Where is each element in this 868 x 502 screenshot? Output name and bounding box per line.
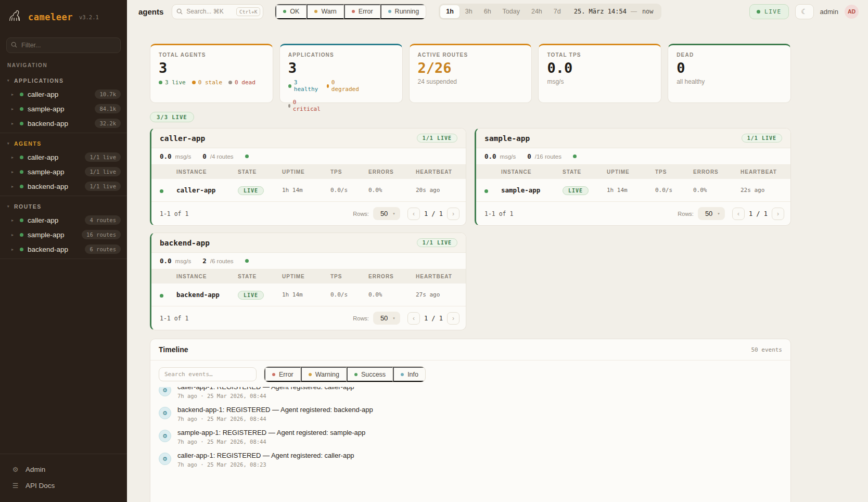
overall-live-badge: 3/3 LIVE <box>150 112 194 122</box>
filter-success-chip[interactable]: Success <box>347 367 393 382</box>
item-badge: 4 routes <box>85 215 121 225</box>
range-1h[interactable]: 1h <box>440 5 459 18</box>
range-7d[interactable]: 7d <box>548 5 567 18</box>
rows-per-page-select[interactable]: 50▾ <box>698 207 725 220</box>
app-name[interactable]: sample-app <box>484 134 530 143</box>
range-end-now: now <box>637 8 660 15</box>
prev-page-button[interactable]: ‹ <box>732 208 745 220</box>
sidebar-item-caller-app-agent[interactable]: ▸ caller-app 1/1 live <box>0 150 127 164</box>
chip-label: Warn <box>321 8 336 15</box>
table-row[interactable]: caller-app LIVE 1h 14m 0.0/s 0.0% 20s ag… <box>151 179 466 202</box>
sidebar-item-sample-app-routes[interactable]: ▸ sample-app 16 routes <box>0 227 127 242</box>
sidebar: cameleer v3.2.1 NAVIGATION ▾ APPLICATION… <box>0 0 127 502</box>
row-count: 1-1 of 1 <box>160 315 353 322</box>
status-dot <box>160 294 163 298</box>
avatar[interactable]: AD <box>845 5 859 19</box>
time-range-group: 1h 3h 6h Today 24h 7d 25. März 14:54 — n… <box>439 4 661 20</box>
cell-instance: backend-app <box>176 291 238 299</box>
item-label: backend-app <box>28 246 81 253</box>
app-tps: 0.0 <box>160 257 172 265</box>
item-badge: 1/1 live <box>85 152 121 162</box>
filter-warn-chip[interactable]: Warn <box>307 4 343 19</box>
event-item[interactable]: ⚙ caller-app-1: REGISTERED — Agent regis… <box>159 387 782 403</box>
cell-tps: 0.0/s <box>330 187 368 194</box>
event-item[interactable]: ⚙ backend-app-1: REGISTERED — Agent regi… <box>159 403 782 426</box>
item-label: sample-app <box>28 168 81 176</box>
legend-stale: 0 stale <box>198 79 222 86</box>
cell-instance: caller-app <box>176 186 238 194</box>
stat-value: 0 <box>676 60 782 76</box>
next-page-button[interactable]: › <box>447 312 459 325</box>
section-routes: ▾ ROUTES ▸ caller-app 4 routes ▸ sample-… <box>0 196 127 259</box>
item-badge: 1/1 live <box>85 182 121 191</box>
sidebar-item-backend-app-agent[interactable]: ▸ backend-app 1/1 live <box>0 179 127 194</box>
page-indicator: 1 / 1 <box>424 315 443 322</box>
range-24h[interactable]: 24h <box>526 5 548 18</box>
chip-label: Success <box>361 371 386 378</box>
dead-dot <box>228 81 232 84</box>
item-badge: 1/1 live <box>85 167 121 176</box>
table-row[interactable]: sample-app LIVE 1h 14m 0.0/s 0.0% 22s ag… <box>476 179 790 202</box>
section-header-agents[interactable]: ▾ AGENTS <box>0 137 127 150</box>
api-docs-link[interactable]: ☰ API Docs <box>0 478 127 494</box>
global-search: Ctrl+K <box>172 4 263 19</box>
camel-logo-icon <box>7 8 23 26</box>
range-3h[interactable]: 3h <box>459 5 478 18</box>
status-dot <box>484 189 488 193</box>
section-header-applications[interactable]: ▾ APPLICATIONS <box>0 74 127 87</box>
filter-running-chip[interactable]: Running <box>380 4 426 19</box>
app-tps: 0.0 <box>160 152 172 160</box>
sidebar-item-caller-app-routes[interactable]: ▸ caller-app 4 routes <box>0 213 127 227</box>
section-header-routes[interactable]: ▾ ROUTES <box>0 200 127 213</box>
events-list[interactable]: ⚙ caller-app-1: REGISTERED — Agent regis… <box>150 387 790 502</box>
admin-label: Admin <box>25 466 45 473</box>
theme-toggle-button[interactable]: ☾ <box>795 4 814 19</box>
filter-error-chip[interactable]: Error <box>344 4 380 19</box>
state-badge: LIVE <box>238 291 264 300</box>
filter-input[interactable] <box>6 37 121 53</box>
chip-label: Warning <box>315 371 339 378</box>
app-live-badge: 1/1 LIVE <box>742 134 782 143</box>
chip-label: Error <box>279 371 293 378</box>
cell-heartbeat: 20s ago <box>416 187 457 194</box>
sidebar-item-caller-app[interactable]: ▸ caller-app 10.7k <box>0 87 127 101</box>
timeline-card: Timeline 50 events Error Warning Success… <box>150 339 791 502</box>
sidebar-item-backend-app[interactable]: ▸ backend-app 32.2k <box>0 116 127 131</box>
next-page-button[interactable]: › <box>772 208 784 220</box>
table-row[interactable]: backend-app LIVE 1h 14m 0.0/s 0.0% 27s a… <box>151 284 466 306</box>
sidebar-item-backend-app-routes[interactable]: ▸ backend-app 6 routes <box>0 242 127 256</box>
prev-page-button[interactable]: ‹ <box>407 312 420 325</box>
running-dot <box>388 10 391 13</box>
event-time: 7h ago · 25 Mar 2026, 08:44 <box>177 393 354 399</box>
filter-error-chip[interactable]: Error <box>264 367 301 382</box>
event-item[interactable]: ⚙ caller-app-1: REGISTERED — Agent regis… <box>159 448 782 471</box>
search-icon <box>11 42 17 48</box>
admin-link[interactable]: ⚙ Admin <box>0 461 127 478</box>
range-6h[interactable]: 6h <box>478 5 497 18</box>
content-scroll[interactable]: TOTAL AGENTS 3 3 live 0 stale 0 dead APP… <box>127 23 868 502</box>
next-page-button[interactable]: › <box>447 208 459 220</box>
prev-page-button[interactable]: ‹ <box>407 208 420 220</box>
live-toggle[interactable]: LIVE <box>749 4 789 19</box>
events-search-input[interactable] <box>159 367 257 381</box>
rows-per-page-select[interactable]: 50▾ <box>373 312 400 325</box>
stat-label: TOTAL TPS <box>547 52 653 58</box>
event-item[interactable]: ⚙ sample-app-1: REGISTERED — Agent regis… <box>159 426 782 448</box>
row-count: 1-1 of 1 <box>160 210 353 217</box>
app-name[interactable]: caller-app <box>160 134 205 143</box>
chevron-right-icon: ▸ <box>11 107 16 111</box>
api-docs-label: API Docs <box>25 482 55 490</box>
gear-event-icon: ⚙ <box>159 430 171 442</box>
app-name[interactable]: backend-app <box>160 239 210 247</box>
rows-label: Rows: <box>353 315 369 321</box>
rows-per-page-select[interactable]: 50▾ <box>373 207 400 220</box>
status-dot <box>20 233 23 237</box>
item-badge: 32.2k <box>95 119 121 128</box>
filter-warning-chip[interactable]: Warning <box>301 367 347 382</box>
rows-value: 50 <box>380 210 388 217</box>
sidebar-item-sample-app-agent[interactable]: ▸ sample-app 1/1 live <box>0 164 127 179</box>
filter-ok-chip[interactable]: OK <box>275 4 307 19</box>
filter-info-chip[interactable]: Info <box>393 367 425 382</box>
range-today[interactable]: Today <box>497 5 526 18</box>
sidebar-item-sample-app[interactable]: ▸ sample-app 84.1k <box>0 101 127 116</box>
